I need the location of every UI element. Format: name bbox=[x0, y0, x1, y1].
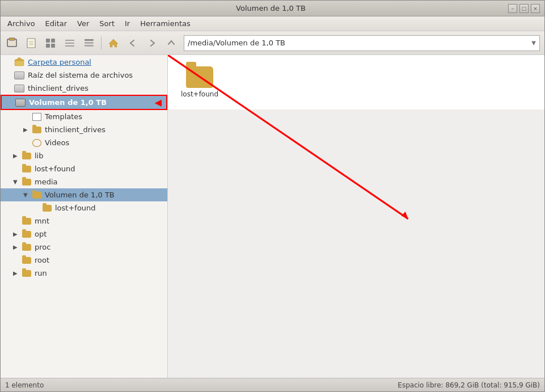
home-button[interactable] bbox=[104, 34, 122, 52]
sidebar-label-videos: Videos bbox=[45, 138, 69, 147]
view-toggle-button[interactable] bbox=[41, 34, 60, 52]
svg-rect-13 bbox=[85, 39, 94, 41]
main-wrapper: Carpeta personal Raíz del sistema de arc… bbox=[1, 55, 544, 378]
up-button[interactable] bbox=[162, 34, 180, 52]
folder-icon-proc bbox=[22, 244, 31, 251]
sidebar-label-opt: opt bbox=[35, 230, 47, 238]
sidebar-label-lost-found-sub: lost+found bbox=[55, 204, 96, 212]
file-manager-window: Volumen de 1,0 TB – □ × Archivo Editar V… bbox=[0, 0, 545, 392]
minimize-button[interactable]: – bbox=[508, 4, 517, 13]
content-area: lost+found bbox=[168, 55, 544, 109]
menu-editar[interactable]: Editar bbox=[41, 18, 72, 29]
location-bar[interactable]: /media/Volumen de 1,0 TB ▼ bbox=[184, 35, 540, 51]
bookmarks-button[interactable] bbox=[22, 34, 40, 52]
statusbar-count: 1 elemento bbox=[5, 381, 44, 389]
home-icon bbox=[14, 57, 24, 66]
sidebar-item-carpeta-personal[interactable]: Carpeta personal bbox=[1, 55, 167, 69]
sidebar-item-videos[interactable]: Videos bbox=[1, 136, 167, 149]
sidebar-item-templates[interactable]: Templates bbox=[1, 110, 167, 123]
folder-icon-root bbox=[22, 257, 31, 264]
sidebar-item-thinclient[interactable]: thinclient_drives bbox=[1, 82, 167, 95]
menu-sort[interactable]: Sort bbox=[95, 18, 119, 29]
statusbar-space: Espacio libre: 869,2 GiB (total: 915,9 G… bbox=[398, 381, 540, 389]
expander-thinclient-sub: ▶ bbox=[23, 127, 31, 133]
sidebar-label-carpeta-personal: Carpeta personal bbox=[28, 58, 91, 66]
sidebar-label-lib: lib bbox=[35, 151, 43, 160]
sidebar-item-proc[interactable]: ▶ proc bbox=[1, 241, 167, 254]
titlebar: Volumen de 1,0 TB – □ × bbox=[1, 1, 544, 16]
sidebar-item-volumen-sub[interactable]: ▼ Volumen de 1,0 TB bbox=[1, 188, 167, 201]
expander-volumen-sub: ▼ bbox=[23, 192, 31, 198]
detail-view-button[interactable] bbox=[80, 34, 98, 52]
folder-icon-thinclient-sub bbox=[32, 127, 41, 133]
sidebar-label-root: root bbox=[35, 256, 49, 264]
back-button[interactable] bbox=[124, 34, 142, 52]
sidebar-label-proc: proc bbox=[35, 243, 50, 251]
sidebar-label-templates: Templates bbox=[45, 112, 82, 121]
location-dropdown-icon[interactable]: ▼ bbox=[531, 40, 536, 46]
svg-rect-14 bbox=[85, 42, 94, 44]
toolbar-separator-1 bbox=[101, 36, 102, 50]
folder-icon-lost-found-sub bbox=[43, 205, 52, 212]
sidebar-label-thinclient: thinclient_drives bbox=[28, 84, 88, 92]
svg-marker-18 bbox=[15, 57, 24, 61]
close-button[interactable]: × bbox=[531, 4, 540, 13]
expander-proc: ▶ bbox=[13, 244, 21, 250]
sidebar-item-thinclient-sub[interactable]: ▶ thinclient_drives bbox=[1, 123, 167, 136]
sidebar-item-opt[interactable]: ▶ opt bbox=[1, 227, 167, 241]
drive-icon-volumen bbox=[15, 99, 26, 107]
forward-button[interactable] bbox=[143, 34, 161, 52]
video-icon bbox=[32, 139, 41, 147]
folder-icon-mnt bbox=[22, 218, 31, 225]
list-view-button[interactable] bbox=[61, 34, 79, 52]
folder-icon-lost-found-top bbox=[22, 166, 31, 172]
menu-ir[interactable]: Ir bbox=[120, 18, 134, 29]
svg-marker-20 bbox=[402, 212, 408, 219]
sidebar-label-volumen-sub: Volumen de 1,0 TB bbox=[45, 191, 115, 199]
sidebar-item-run[interactable]: ▶ run bbox=[1, 267, 167, 280]
sidebar: Carpeta personal Raíz del sistema de arc… bbox=[1, 55, 168, 378]
svg-rect-9 bbox=[51, 44, 55, 48]
sidebar-item-raiz[interactable]: Raíz del sistema de archivos bbox=[1, 69, 167, 82]
sidebar-item-lost-found-top[interactable]: lost+found bbox=[1, 162, 167, 175]
sidebar-item-lost-found-sub[interactable]: lost+found bbox=[1, 201, 167, 214]
sidebar-item-mnt[interactable]: mnt bbox=[1, 214, 167, 227]
folder-icon-media bbox=[22, 179, 31, 186]
svg-rect-7 bbox=[51, 39, 55, 43]
sidebar-item-volumen-top[interactable]: Volumen de 1,0 TB ◀ bbox=[1, 95, 167, 110]
sidebar-label-media: media bbox=[35, 178, 58, 186]
content-wrapper: lost+found bbox=[168, 55, 544, 378]
svg-rect-1 bbox=[9, 38, 15, 40]
new-window-button[interactable] bbox=[3, 34, 21, 52]
svg-marker-16 bbox=[109, 39, 118, 47]
sidebar-label-volumen-top: Volumen de 1,0 TB bbox=[29, 98, 107, 107]
svg-rect-8 bbox=[46, 44, 50, 48]
maximize-button[interactable]: □ bbox=[519, 4, 529, 13]
file-label-lost-found: lost+found bbox=[181, 90, 218, 98]
sidebar-item-media[interactable]: ▼ media bbox=[1, 175, 167, 188]
expander-run: ▶ bbox=[13, 270, 21, 276]
sidebar-item-root[interactable]: root bbox=[1, 254, 167, 267]
menubar: Archivo Editar Ver Sort Ir Herramientas bbox=[1, 16, 544, 31]
folder-icon-run bbox=[22, 270, 31, 277]
sidebar-label-raiz: Raíz del sistema de archivos bbox=[28, 71, 133, 79]
titlebar-buttons: – □ × bbox=[508, 4, 540, 13]
menu-ver[interactable]: Ver bbox=[73, 18, 94, 29]
file-item-lost-found[interactable]: lost+found bbox=[177, 64, 222, 100]
expander-media: ▼ bbox=[13, 179, 21, 185]
menu-herramientas[interactable]: Herramientas bbox=[136, 18, 195, 29]
toolbar: /media/Volumen de 1,0 TB ▼ bbox=[1, 31, 544, 55]
menu-archivo[interactable]: Archivo bbox=[3, 18, 40, 29]
folder-icon-big-lost-found bbox=[186, 66, 213, 88]
window-title: Volumen de 1,0 TB bbox=[33, 4, 508, 12]
folder-icon-opt bbox=[22, 231, 31, 238]
folder-icon-lib bbox=[22, 153, 31, 159]
svg-rect-6 bbox=[46, 39, 50, 43]
sidebar-label-lost-found-top: lost+found bbox=[35, 165, 75, 173]
drive-icon-raiz bbox=[14, 71, 24, 79]
statusbar: 1 elemento Espacio libre: 869,2 GiB (tot… bbox=[1, 378, 544, 391]
svg-rect-15 bbox=[85, 45, 94, 47]
expander-opt: ▶ bbox=[13, 231, 21, 237]
drive-icon-thinclient bbox=[14, 85, 24, 92]
sidebar-item-lib[interactable]: ▶ lib bbox=[1, 149, 167, 162]
